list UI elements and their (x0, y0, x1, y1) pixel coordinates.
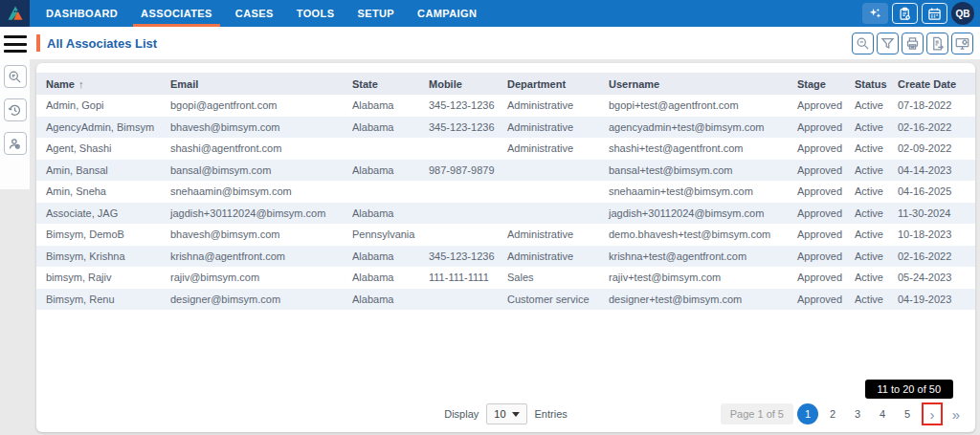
table-row[interactable]: Admin, Gopibgopi@agentfront.comAlabama34… (36, 95, 975, 117)
calendar-icon[interactable] (922, 3, 947, 24)
cell-department: Administrative (498, 138, 599, 160)
cell-username: rajiv+test@bimsym.com (599, 267, 788, 289)
table-row[interactable]: Amin, Snehasnehaamin@bimsym.comsnehaamin… (36, 181, 975, 203)
cell-status: Active (845, 246, 888, 268)
table-row[interactable]: Bimsym, Renudesigner@bimsym.comAlabamaCu… (36, 289, 975, 311)
cell-mobile (419, 138, 498, 160)
cell-status: Active (845, 224, 888, 246)
cell-stage: Approved (788, 160, 845, 182)
cell-mobile (419, 289, 498, 311)
cell-state: Pennsylvania (343, 224, 419, 246)
left-sidebar (0, 27, 30, 189)
cell-mobile: 111-111-1111 (419, 267, 498, 289)
top-navigation-bar: DASHBOARDASSOCIATESCASESTOOLSSETUPCAMPAI… (0, 0, 980, 27)
next-page-button[interactable]: › (924, 403, 941, 424)
column-header-username[interactable]: Username (599, 73, 788, 95)
table-row[interactable]: AgencyAdmin, Bimsymbhavesh@bimsym.comAla… (36, 117, 975, 139)
nav-tab-cases[interactable]: CASES (224, 0, 285, 27)
page-number-5[interactable]: 5 (897, 403, 918, 424)
cell-status: Active (845, 267, 888, 289)
advanced-search-icon[interactable] (4, 65, 27, 88)
cell-email: bhavesh@bimsym.com (161, 117, 343, 139)
cell-create-date: 10-18-2023 (888, 224, 975, 246)
cell-username: snehaamin+test@bimsym.com (599, 181, 788, 203)
cell-stage: Approved (788, 267, 845, 289)
menu-icon[interactable] (4, 33, 27, 54)
cell-username: agencyadmin+test@bimsym.com (599, 117, 788, 139)
cell-name: Admin, Gopi (36, 95, 161, 117)
click-annotation-box: › (922, 402, 943, 425)
column-header-email[interactable]: Email (161, 73, 343, 95)
cell-username: bansal+test@bimsym.com (599, 160, 788, 182)
history-icon[interactable] (4, 98, 27, 121)
cell-department (498, 203, 599, 225)
cell-mobile: 987-987-9879 (419, 160, 498, 182)
chevron-down-icon (512, 412, 520, 417)
cell-email: bhavesh@bimsym.com (161, 224, 343, 246)
page-number-4[interactable]: 4 (872, 403, 893, 424)
table-row[interactable]: bimsym, Rajivrajiv@bimsym.comAlabama111-… (36, 267, 975, 289)
column-header-stage[interactable]: Stage (788, 73, 845, 95)
cell-mobile (419, 224, 498, 246)
page-size-select[interactable]: 10 (486, 403, 526, 424)
nav-tab-campaign[interactable]: CAMPAIGN (406, 0, 488, 27)
column-header-department[interactable]: Department (498, 73, 599, 95)
table-row[interactable]: Associate, JAGjagdish+30112024@bimsym.co… (36, 203, 975, 225)
user-settings-icon[interactable] (4, 132, 27, 155)
page-number-3[interactable]: 3 (847, 403, 868, 424)
search-icon[interactable] (852, 33, 874, 54)
column-header-mobile[interactable]: Mobile (419, 73, 498, 95)
cell-email: bansal@bimsym.com (161, 160, 343, 182)
title-accent-bar (36, 34, 40, 52)
nav-tab-dashboard[interactable]: DASHBOARD (34, 0, 129, 27)
clipboard-add-icon[interactable] (892, 3, 918, 24)
user-avatar[interactable]: QB (951, 2, 974, 25)
cell-email: krishna@agentfront.com (161, 246, 343, 268)
cell-email: designer@bimsym.com (161, 289, 343, 311)
cell-stage: Approved (788, 138, 845, 160)
nav-tab-tools[interactable]: TOOLS (285, 0, 346, 27)
cell-state: Alabama (343, 289, 419, 311)
print-icon[interactable] (902, 33, 924, 54)
cell-username: bgopi+test@agentfront.com (599, 95, 788, 117)
sort-ascending-icon: ↑ (78, 78, 84, 90)
cell-mobile: 345-123-1236 (419, 117, 498, 139)
page-number-2[interactable]: 2 (822, 403, 843, 424)
cell-stage: Approved (788, 224, 845, 246)
cell-name: Bimsym, Krishna (36, 246, 161, 268)
column-header-create-date[interactable]: Create Date (888, 73, 975, 95)
cell-status: Active (845, 138, 888, 160)
table-row[interactable]: Bimsym, Krishnakrishna@agentfront.comAla… (36, 246, 975, 268)
filter-icon[interactable] (877, 33, 899, 54)
app-logo[interactable] (0, 0, 30, 27)
table-row[interactable]: Agent, Shashishashi@agentfront.comAdmini… (36, 138, 975, 160)
page-number-1[interactable]: 1 (797, 403, 818, 424)
cell-state: Alabama (343, 117, 419, 139)
range-tooltip: 11 to 20 of 50 (865, 380, 953, 399)
cell-status: Active (845, 181, 888, 203)
cell-stage: Approved (788, 246, 845, 268)
system-settings-icon[interactable] (951, 33, 973, 54)
last-page-button[interactable]: » (947, 403, 966, 424)
cell-stage: Approved (788, 289, 845, 311)
column-header-status[interactable]: Status (845, 73, 888, 95)
nav-tab-setup[interactable]: SETUP (345, 0, 406, 27)
cell-name: Bimsym, DemoB (36, 224, 161, 246)
table-row[interactable]: Amin, Bansalbansal@bimsym.comAlabama987-… (36, 160, 975, 182)
sparkles-icon[interactable] (862, 3, 888, 24)
cell-create-date: 02-16-2022 (888, 246, 975, 268)
cell-create-date: 07-18-2022 (888, 95, 975, 117)
column-header-name[interactable]: Name↑ (36, 73, 161, 95)
nav-tab-associates[interactable]: ASSOCIATES (129, 0, 224, 27)
cell-mobile: 345-123-1236 (419, 95, 498, 117)
cell-username: designer+test@bimsym.com (599, 289, 788, 311)
export-icon[interactable] (926, 33, 948, 54)
table-row[interactable]: Bimsym, DemoBbhavesh@bimsym.comPennsylva… (36, 224, 975, 246)
cell-name: Amin, Bansal (36, 160, 161, 182)
column-header-state[interactable]: State (343, 73, 419, 95)
cell-name: Bimsym, Renu (36, 289, 161, 311)
cell-create-date: 11-30-2024 (888, 203, 975, 225)
cell-name: Amin, Sneha (36, 181, 161, 203)
cell-status: Active (845, 95, 888, 117)
cell-create-date: 04-19-2023 (888, 289, 975, 311)
